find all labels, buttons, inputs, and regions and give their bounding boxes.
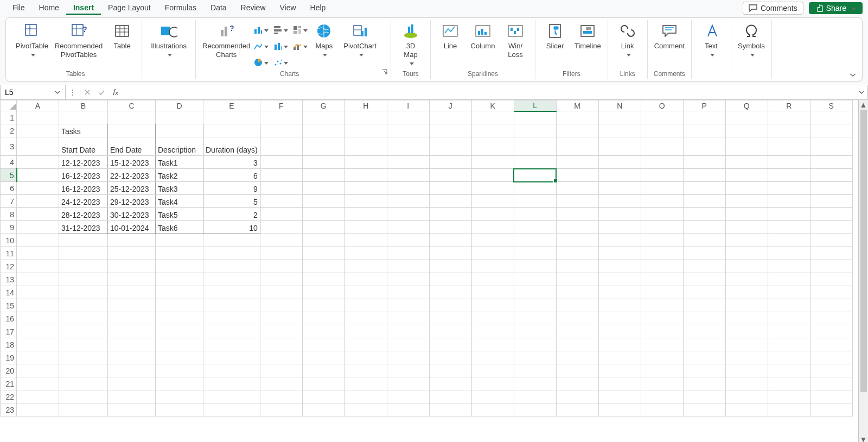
cell-O8[interactable] xyxy=(641,208,683,221)
cell-S12[interactable] xyxy=(810,260,852,273)
cell-M13[interactable] xyxy=(556,273,598,286)
cell-H5[interactable] xyxy=(344,169,387,182)
cell-C7[interactable]: 29-12-2023 xyxy=(108,195,156,208)
cell-I9[interactable] xyxy=(387,221,429,234)
cell-M9[interactable] xyxy=(556,221,598,234)
cell-G12[interactable] xyxy=(302,260,344,273)
dialog-launcher-icon[interactable] xyxy=(382,69,388,75)
cell-E19[interactable] xyxy=(203,351,260,364)
row-header-10[interactable]: 10 xyxy=(1,234,17,247)
cell-P10[interactable] xyxy=(683,234,725,247)
cell-J21[interactable] xyxy=(429,377,471,390)
cell-A22[interactable] xyxy=(17,390,59,403)
cell-J20[interactable] xyxy=(429,364,471,377)
cell-L11[interactable] xyxy=(514,247,556,260)
sparkline-line-button[interactable]: Line xyxy=(434,21,467,52)
cell-G13[interactable] xyxy=(302,273,344,286)
cell-H17[interactable] xyxy=(344,325,387,338)
cell-K15[interactable] xyxy=(471,299,514,312)
cell-F16[interactable] xyxy=(260,312,302,325)
tab-view[interactable]: View xyxy=(273,1,303,15)
timeline-button[interactable]: Timeline xyxy=(571,21,604,52)
cell-F9[interactable] xyxy=(260,221,302,234)
cell-B8[interactable]: 28-12-2023 xyxy=(59,208,108,221)
cell-N18[interactable] xyxy=(598,338,641,351)
cell-K9[interactable] xyxy=(471,221,514,234)
cell-R16[interactable] xyxy=(768,312,810,325)
cell-R14[interactable] xyxy=(768,286,810,299)
cell-D9[interactable]: Task6 xyxy=(156,221,203,234)
cell-B20[interactable] xyxy=(59,364,108,377)
cell-C18[interactable] xyxy=(108,338,156,351)
recommended-pivottables-button[interactable]: ? Recommended PivotTables xyxy=(52,21,106,60)
cell-K5[interactable] xyxy=(471,169,514,182)
cell-A4[interactable] xyxy=(17,156,59,169)
cell-H19[interactable] xyxy=(344,351,387,364)
cell-G14[interactable] xyxy=(302,286,344,299)
cell-Q5[interactable] xyxy=(725,169,768,182)
cell-E17[interactable] xyxy=(203,325,260,338)
cell-R15[interactable] xyxy=(768,299,810,312)
cell-B7[interactable]: 24-12-2023 xyxy=(59,195,108,208)
cell-H16[interactable] xyxy=(344,312,387,325)
vertical-scrollbar[interactable]: ▲ ▼ xyxy=(858,100,868,442)
cell-A13[interactable] xyxy=(17,273,59,286)
cell-S8[interactable] xyxy=(810,208,852,221)
cell-R21[interactable] xyxy=(768,377,810,390)
cell-A23[interactable] xyxy=(17,403,59,416)
cell-G3[interactable] xyxy=(302,137,344,156)
cell-G6[interactable] xyxy=(302,182,344,195)
cell-O14[interactable] xyxy=(641,286,683,299)
cell-J19[interactable] xyxy=(429,351,471,364)
col-header-Q[interactable]: Q xyxy=(725,100,768,111)
cell-K2[interactable] xyxy=(471,124,514,137)
pivottable-button[interactable]: PivotTable xyxy=(12,21,52,60)
cell-S17[interactable] xyxy=(810,325,852,338)
cell-C17[interactable] xyxy=(108,325,156,338)
cell-F10[interactable] xyxy=(260,234,302,247)
cell-R17[interactable] xyxy=(768,325,810,338)
cell-O10[interactable] xyxy=(641,234,683,247)
cell-O19[interactable] xyxy=(641,351,683,364)
slicer-button[interactable]: Slicer xyxy=(539,21,571,52)
col-header-H[interactable]: H xyxy=(344,100,387,111)
illustrations-button[interactable]: Illustrations xyxy=(145,21,192,60)
cell-D4[interactable]: Task1 xyxy=(156,156,203,169)
cell-Q20[interactable] xyxy=(725,364,768,377)
cell-N13[interactable] xyxy=(598,273,641,286)
row-header-5[interactable]: 5 xyxy=(1,169,17,182)
cell-K22[interactable] xyxy=(471,390,514,403)
col-header-C[interactable]: C xyxy=(108,100,156,111)
cell-I10[interactable] xyxy=(387,234,429,247)
cell-M19[interactable] xyxy=(556,351,598,364)
cell-G9[interactable] xyxy=(302,221,344,234)
cell-H15[interactable] xyxy=(344,299,387,312)
tab-formulas[interactable]: Formulas xyxy=(158,1,203,15)
cell-H23[interactable] xyxy=(344,403,387,416)
cell-S4[interactable] xyxy=(810,156,852,169)
cell-O22[interactable] xyxy=(641,390,683,403)
combo-chart-icon[interactable] xyxy=(292,40,308,53)
cell-M21[interactable] xyxy=(556,377,598,390)
cell-L18[interactable] xyxy=(514,338,556,351)
cell-F19[interactable] xyxy=(260,351,302,364)
cell-P22[interactable] xyxy=(683,390,725,403)
cell-I23[interactable] xyxy=(387,403,429,416)
cell-N6[interactable] xyxy=(598,182,641,195)
cell-E20[interactable] xyxy=(203,364,260,377)
cell-E22[interactable] xyxy=(203,390,260,403)
cell-P21[interactable] xyxy=(683,377,725,390)
cell-N22[interactable] xyxy=(598,390,641,403)
cell-O6[interactable] xyxy=(641,182,683,195)
cell-L21[interactable] xyxy=(514,377,556,390)
cell-A3[interactable] xyxy=(17,137,59,156)
cell-G5[interactable] xyxy=(302,169,344,182)
cell-F23[interactable] xyxy=(260,403,302,416)
cell-R3[interactable] xyxy=(768,137,810,156)
row-header-13[interactable]: 13 xyxy=(1,273,17,286)
cell-D15[interactable] xyxy=(156,299,203,312)
cell-A21[interactable] xyxy=(17,377,59,390)
cell-G18[interactable] xyxy=(302,338,344,351)
col-header-G[interactable]: G xyxy=(302,100,344,111)
select-all-corner[interactable] xyxy=(1,100,17,111)
